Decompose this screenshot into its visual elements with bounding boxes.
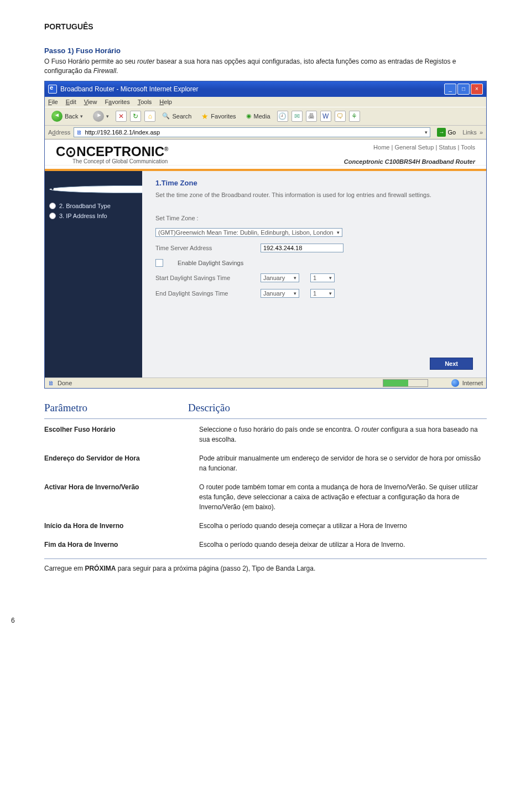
table-row: Activar Hora de Inverno/VerãoO router po… [44,482,487,512]
section-title: 1.Time Zone [155,179,473,187]
browser-window: Broadband Router - Microsoft Internet Ex… [44,81,487,389]
radio-icon [49,213,56,219]
section-subtitle: Set the time zone of the Broadband route… [155,192,473,198]
page-icon: 🗎 [76,129,82,136]
page-number: 6 [11,617,487,624]
start-day-select[interactable]: 1▾ [310,273,335,282]
media-button[interactable]: ◉Media [243,111,274,121]
start-month-select[interactable]: January▾ [261,273,299,282]
browser-toolbar: Back▾ ▾ ✕ ↻ ⌂ 🔍Search ★Favorites ◉Media … [45,107,486,126]
param-name: Escolher Fuso Horário [44,425,199,444]
history-button[interactable]: 🕘 [277,111,288,122]
foot-bold: PRÓXIMA [85,565,116,572]
brand-tagline: The Concept of Global Communication [72,158,168,164]
chevron-down-icon: ▾ [337,230,340,235]
start-day-value: 1 [313,275,316,281]
go-button[interactable]: → Go [434,127,459,137]
router-header: C⊙NCEPTRONIC® The Concept of Global Comm… [45,139,486,165]
param-name: Endereço do Servidor de Hora [44,453,199,473]
address-input[interactable]: 🗎 http://192.168.2.1/index.asp ▾ [74,127,430,137]
nav-status[interactable]: Status [439,144,456,151]
menu-file[interactable]: File [48,99,58,105]
param-description: Escolha o período quando deseja começar … [199,521,487,531]
end-month-value: January [263,290,285,297]
sidebar-item-timezone[interactable]: 1. Time Zone [49,178,138,201]
step-description: O Fuso Horário permite ao seu router bas… [44,57,487,76]
search-icon: 🔍 [162,112,170,120]
edit-button[interactable]: W [320,111,331,122]
footer-instruction: Carregue em PRÓXIMA para seguir para a p… [44,565,487,572]
back-icon [51,111,63,122]
header-parametro: Parâmetro [44,402,188,417]
param-name: Activar Hora de Inverno/Verão [44,482,199,512]
nav-general-setup[interactable]: General Setup [394,144,434,151]
nav-home[interactable]: Home [373,144,389,151]
table-divider-bottom [44,558,487,559]
go-arrow-icon: → [437,128,446,137]
address-label: Address [48,129,70,136]
router-sidebar: 1. Time Zone 2. Broadband Type 3. IP Add… [45,171,142,377]
menu-tools[interactable]: Tools [138,99,152,105]
close-button[interactable]: × [471,84,483,95]
radio-icon [49,203,56,209]
router-main: 1.Time Zone Set the time zone of the Bro… [142,171,486,377]
section-name: Time Zone [162,179,197,187]
step-desc-post: . [116,67,118,75]
address-dropdown-icon[interactable]: ▾ [425,130,428,135]
browser-menubar: File Edit View Favorites Tools Help [45,97,486,107]
sidebar-item-ipaddress[interactable]: 3. IP Address Info [49,211,138,221]
back-button[interactable]: Back▾ [48,110,86,123]
forward-button[interactable]: ▾ [90,110,112,123]
refresh-button[interactable]: ↻ [130,111,141,122]
back-label: Back [65,113,78,120]
step-desc-pre: O Fuso Horário permite ao seu [44,58,137,65]
discuss-button[interactable]: 🗨 [335,111,346,122]
minimize-button[interactable]: _ [444,84,456,95]
next-button[interactable]: Next [430,358,473,370]
timezone-select[interactable]: (GMT)Greenwich Mean Time: Dublin, Edinbu… [155,228,342,237]
browser-titlebar: Broadband Router - Microsoft Internet Ex… [45,81,486,97]
favorites-button[interactable]: ★Favorites [198,111,239,122]
brand-logo: C⊙NCEPTRONIC® The Concept of Global Comm… [56,144,168,164]
media-icon: ◉ [246,112,252,120]
table-row: Escolher Fuso HorárioSeleccione o fuso h… [44,425,487,444]
sidebar-item-broadband[interactable]: 2. Broadband Type [49,201,138,211]
section-number: 1. [155,179,162,187]
param-name: Fim da Hora de Inverno [44,540,199,550]
links-label[interactable]: Links [462,129,483,136]
router-nav: Home | General Setup | Status | Tools [344,144,475,151]
table-row: Início da Hora de InvernoEscolha o perío… [44,521,487,531]
menu-favorites[interactable]: Favorites [105,99,129,105]
print-button[interactable]: 🖶 [306,111,317,122]
start-month-value: January [263,275,285,281]
end-month-select[interactable]: January▾ [261,289,299,298]
status-done: Done [58,380,72,386]
menu-edit[interactable]: Edit [66,99,76,105]
mail-button[interactable]: ✉ [291,111,303,122]
foot-pre: Carregue em [44,565,85,572]
home-button[interactable]: ⌂ [144,111,155,122]
favorites-label: Favorites [211,113,236,120]
forward-icon [93,111,104,122]
media-label: Media [254,113,270,120]
address-value: http://192.168.2.1/index.asp [85,129,419,136]
router-model: Conceptronic C100BRS4H Broadband Router [344,158,475,165]
label-set-timezone: Set Time Zone : [155,215,249,221]
star-icon: ★ [201,112,209,121]
end-day-select[interactable]: 1▾ [310,289,335,298]
menu-view[interactable]: View [84,99,97,105]
stop-button[interactable]: ✕ [116,111,127,122]
label-enable-daylight: Enable Daylight Savings [178,260,243,266]
ie-icon [48,85,57,94]
maximize-button[interactable]: □ [457,84,470,95]
msn-button[interactable]: ⚘ [349,111,360,122]
nav-tools[interactable]: Tools [461,144,475,151]
sidebar-item-label: 2. Broadband Type [59,203,111,209]
enable-daylight-checkbox[interactable] [155,259,163,267]
chevron-down-icon: ▾ [294,275,296,281]
search-button[interactable]: 🔍Search [159,111,195,121]
menu-help[interactable]: Help [159,99,172,105]
chevron-down-icon: ▾ [294,291,296,296]
timeserver-input[interactable] [261,244,343,252]
foot-post: para seguir para a próxima página (passo… [116,565,315,572]
